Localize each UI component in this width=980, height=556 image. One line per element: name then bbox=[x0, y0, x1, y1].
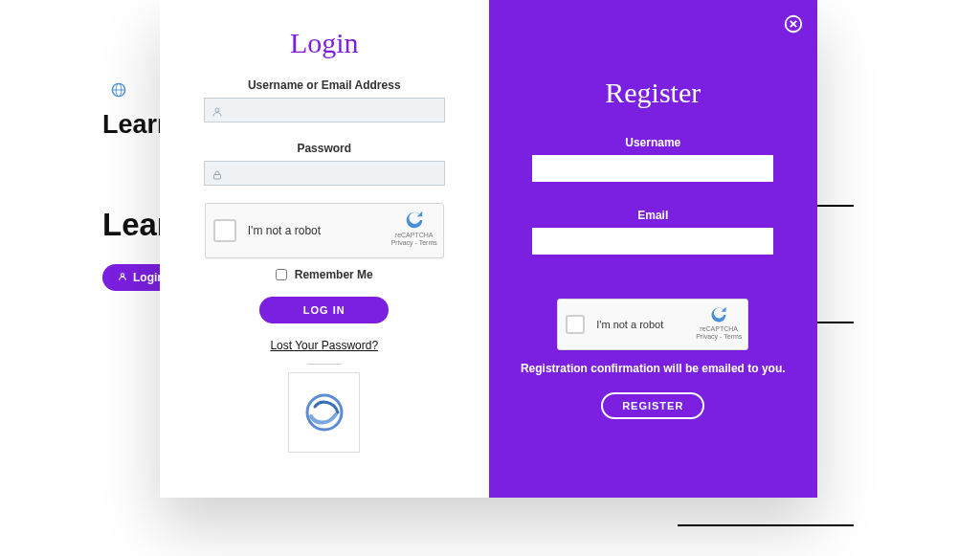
login-recaptcha: I'm not a robot reCAPTCHA Privacy - Term… bbox=[205, 203, 444, 258]
login-panel: Login Username or Email Address Password… bbox=[160, 0, 489, 498]
register-username-field-wrap bbox=[532, 155, 773, 182]
login-username-field-wrap bbox=[204, 98, 445, 122]
register-email-label: Email bbox=[489, 209, 818, 222]
register-email-input[interactable] bbox=[532, 228, 773, 255]
login-password-field-wrap bbox=[204, 161, 445, 186]
login-title: Login bbox=[160, 27, 489, 59]
register-button[interactable]: REGISTER bbox=[601, 392, 704, 419]
recaptcha-icon bbox=[707, 305, 730, 324]
register-email-field-wrap bbox=[532, 228, 773, 255]
register-confirmation-text: Registration confirmation will be emaile… bbox=[489, 362, 818, 375]
recaptcha-checkbox[interactable] bbox=[213, 219, 236, 242]
login-username-label: Username or Email Address bbox=[160, 78, 489, 92]
remember-me-label: Remember Me bbox=[295, 268, 373, 281]
register-panel: Register Username Email I'm not a robot … bbox=[489, 0, 818, 498]
lost-password-link[interactable]: Lost Your Password? bbox=[160, 339, 489, 352]
close-button[interactable] bbox=[783, 13, 804, 34]
recaptcha-brand: reCAPTCHA bbox=[696, 325, 742, 333]
user-icon bbox=[212, 104, 223, 122]
brand-swirl-icon bbox=[301, 389, 347, 435]
decorative-divider bbox=[678, 524, 854, 526]
register-recaptcha: I'm not a robot reCAPTCHA Privacy - Term… bbox=[557, 299, 748, 350]
login-button[interactable]: LOG IN bbox=[259, 297, 389, 323]
divider bbox=[307, 364, 342, 365]
recaptcha-logo: reCAPTCHA Privacy - Terms bbox=[391, 210, 437, 248]
close-icon bbox=[783, 13, 804, 34]
brand-logo-box bbox=[288, 372, 360, 453]
svg-point-4 bbox=[215, 108, 219, 112]
login-password-input[interactable] bbox=[204, 161, 445, 186]
recaptcha-icon bbox=[402, 210, 427, 231]
svg-point-3 bbox=[121, 274, 123, 277]
recaptcha-terms: Privacy - Terms bbox=[391, 239, 437, 247]
remember-me-row[interactable]: Remember Me bbox=[160, 268, 489, 281]
login-password-label: Password bbox=[160, 142, 489, 155]
register-title: Register bbox=[489, 77, 818, 109]
recaptcha-label: I'm not a robot bbox=[596, 319, 663, 330]
register-username-input[interactable] bbox=[532, 155, 773, 182]
recaptcha-terms: Privacy - Terms bbox=[696, 333, 742, 341]
recaptcha-label: I'm not a robot bbox=[248, 224, 321, 237]
auth-modal: Login Username or Email Address Password… bbox=[160, 0, 817, 498]
remember-me-checkbox[interactable] bbox=[276, 269, 287, 280]
recaptcha-logo: reCAPTCHA Privacy - Terms bbox=[696, 305, 742, 342]
recaptcha-checkbox[interactable] bbox=[566, 315, 585, 334]
recaptcha-brand: reCAPTCHA bbox=[391, 232, 437, 239]
svg-rect-5 bbox=[213, 175, 220, 180]
user-icon bbox=[118, 271, 127, 284]
register-username-label: Username bbox=[489, 136, 818, 149]
globe-icon bbox=[111, 82, 126, 98]
lock-icon bbox=[212, 167, 223, 185]
login-username-input[interactable] bbox=[204, 98, 445, 122]
